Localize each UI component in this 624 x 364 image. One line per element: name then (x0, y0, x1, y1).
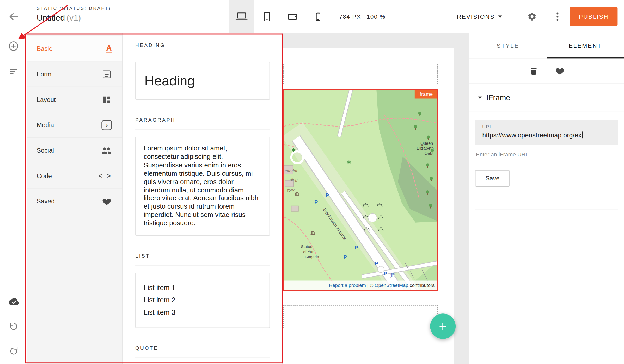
save-element-button[interactable] (554, 65, 565, 77)
document-title-block: STATIC (STATUS: DRAFT) Untitled(v1) (36, 6, 111, 23)
url-helper-text: Enter an iFrame URL (475, 151, 618, 158)
category-label: Media (36, 121, 54, 128)
save-url-button[interactable]: Save (475, 170, 510, 187)
layers-button[interactable] (7, 64, 20, 78)
map-parking-marker: P (344, 254, 347, 260)
publish-button[interactable]: PUBLISH (570, 7, 617, 26)
heart-icon (101, 197, 112, 206)
add-block-fab[interactable]: + (430, 313, 456, 339)
music-note-glyph: ♪ (105, 122, 108, 128)
heart-icon (554, 66, 565, 76)
kebab-menu-icon (556, 12, 559, 22)
url-input-value: https://www.openstreetmap.org/ex (482, 131, 611, 139)
section-paragraph: PARAGRAPH Lorem ipsum dolor sit amet, co… (135, 117, 270, 236)
paragraph-element-card[interactable]: Lorem ipsum dolor sit amet, consectetur … (135, 137, 270, 236)
device-phone-button[interactable] (305, 0, 331, 33)
map-label-oak: Oak (425, 151, 432, 156)
document-version: (v1) (66, 13, 81, 22)
layers-lines-icon (8, 65, 19, 76)
map-label-statue: Statue (301, 244, 312, 249)
category-label: Layout (36, 96, 56, 103)
redo-button[interactable] (7, 344, 20, 358)
people-icon (101, 145, 112, 156)
sidebar-item-layout[interactable]: Layout (27, 87, 122, 112)
cloud-check-icon (7, 297, 20, 306)
tablet-portrait-icon (261, 10, 273, 22)
revisions-label: REVISIONS (457, 13, 495, 20)
tab-element[interactable]: ELEMENT (547, 33, 624, 58)
empty-block-placeholder-top[interactable] (283, 64, 438, 84)
sidebar-item-code[interactable]: Code < > (27, 163, 122, 189)
tab-style[interactable]: STYLE (469, 33, 547, 58)
back-button[interactable] (6, 10, 21, 23)
map-attribution: Report a problem | © OpenStreetMap contr… (329, 283, 435, 288)
settings-button[interactable] (526, 11, 538, 23)
map-label-partial: ding (290, 177, 297, 182)
category-label: Saved (36, 198, 54, 205)
map-label-oak: Queen (420, 141, 433, 146)
inspector-panel: STYLE ELEMENT IFrame URL https://www.ope… (469, 33, 624, 364)
phone-icon (312, 10, 324, 22)
list-item: List item 2 (144, 294, 261, 306)
editor-canvas[interactable]: iframe (283, 33, 469, 364)
page-title: Untitled(v1) (36, 13, 111, 23)
sidebar-item-form[interactable]: Form (27, 62, 122, 87)
empty-block-placeholder-bottom[interactable] (283, 305, 438, 328)
sidebar-item-social[interactable]: Social (27, 138, 122, 164)
iframe-element-selected[interactable]: iframe (283, 89, 438, 291)
map-parking-marker: P (326, 192, 329, 198)
topbar: STATIC (STATUS: DRAFT) Untitled(v1) 784 … (0, 0, 624, 33)
openstreetmap-embed: P P P P P P P uatorial (284, 90, 437, 290)
element-categories-sidebar: Basic A Form Layout Media ♪ Social Code (27, 33, 123, 364)
map-parking-marker: P (314, 199, 318, 205)
category-label: Form (36, 71, 51, 78)
report-problem-link[interactable]: Report a problem (329, 283, 366, 288)
map-parking-marker: P (354, 245, 358, 250)
settings-section-title: IFrame (486, 93, 510, 102)
gear-icon (527, 12, 537, 22)
sidebar-item-media[interactable]: Media ♪ (27, 112, 122, 138)
desktop-icon (235, 10, 248, 22)
elements-library-panel: HEADING Heading PARAGRAPH Lorem ipsum do… (123, 33, 283, 364)
category-label: Basic (36, 45, 52, 52)
sidebar-item-basic[interactable]: Basic A (27, 36, 122, 62)
undo-icon (8, 321, 19, 331)
section-label: QUOTE (135, 345, 270, 358)
map-parking-marker: P (391, 272, 395, 278)
url-input[interactable]: URL https://www.openstreetmap.org/ex (475, 120, 618, 145)
text-cursor (582, 131, 583, 138)
zoom-level-value: 100 % (366, 13, 386, 20)
url-input-label: URL (482, 124, 611, 129)
sidebar-item-saved[interactable]: Saved (27, 189, 122, 214)
more-options-button[interactable] (552, 11, 563, 23)
plus-circle-icon (8, 40, 20, 52)
iframe-settings-header[interactable]: IFrame (469, 84, 624, 112)
map-parking-marker: P (375, 261, 378, 267)
heading-element-card[interactable]: Heading (135, 62, 270, 100)
add-element-button[interactable] (7, 39, 20, 53)
section-divider (475, 209, 618, 210)
osm-link[interactable]: OpenStreetMap (375, 283, 408, 288)
category-label: Code (36, 172, 52, 179)
device-desktop-button[interactable] (229, 0, 254, 33)
list-element-card[interactable]: List item 1 List item 2 List item 3 (135, 273, 270, 328)
status-label: STATIC (STATUS: DRAFT) (36, 6, 111, 11)
map-graphics: P P P P P P P uatorial (284, 90, 437, 290)
undo-button[interactable] (7, 319, 20, 333)
list-item: List item 1 (144, 282, 261, 294)
revisions-dropdown[interactable]: REVISIONS (457, 0, 502, 33)
main-area: Basic A Form Layout Media ♪ Social Code (0, 33, 624, 364)
element-actions-row (469, 58, 624, 84)
delete-element-button[interactable] (528, 65, 539, 77)
category-label: Social (36, 147, 54, 154)
map-label-statue: of Yuri (303, 249, 314, 254)
form-icon (101, 69, 112, 79)
code-brackets-icon: < > (99, 172, 112, 180)
section-heading: HEADING Heading (135, 42, 270, 100)
device-tablet-button[interactable] (254, 0, 280, 33)
redo-icon (8, 346, 19, 356)
device-tablet-landscape-button[interactable] (280, 0, 305, 33)
page-builder-app: STATIC (STATUS: DRAFT) Untitled(v1) 784 … (0, 0, 624, 364)
viewport-width-value: 784 PX (339, 13, 361, 20)
device-preview-group (229, 0, 331, 33)
